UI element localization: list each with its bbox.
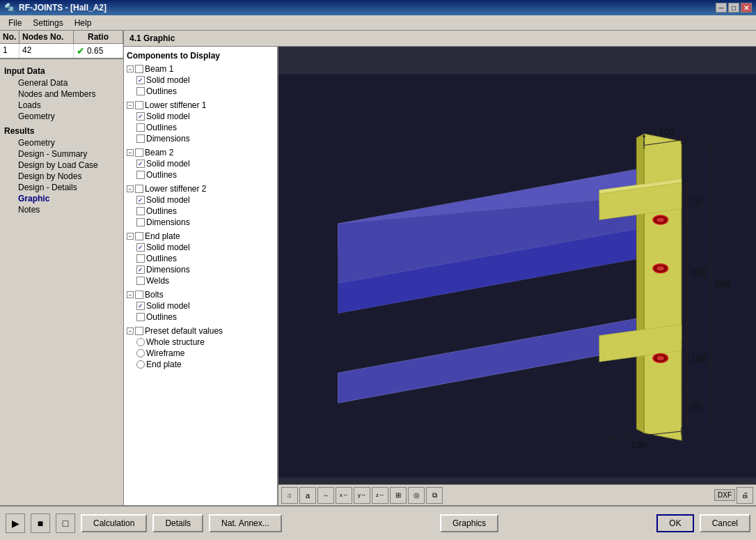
menu-help[interactable]: Help — [69, 17, 97, 29]
menu-file[interactable]: File — [3, 17, 27, 29]
cb-bolts-outlines[interactable] — [136, 313, 145, 321]
toolbar-circle-btn[interactable]: ◎ — [408, 487, 425, 504]
panel-title: 4.1 Graphic — [124, 31, 756, 47]
nav-geometry-results[interactable]: Geometry — [14, 137, 119, 148]
toolbar-yz-btn[interactable]: y↔ — [354, 487, 370, 504]
toolbar-box-btn[interactable]: ⧉ — [426, 487, 443, 504]
cb-beam1[interactable] — [135, 65, 143, 73]
cb-endplate-dims[interactable] — [136, 265, 145, 274]
graphics-button[interactable]: Graphics — [440, 514, 498, 532]
details-button[interactable]: Details — [152, 514, 203, 532]
tree-endplate-welds[interactable]: Welds — [127, 275, 274, 286]
title-bar-text: RF-JOINTS - [Hall_A2] — [19, 3, 107, 13]
tree-lstiff2-header[interactable]: − Lower stiffener 2 — [127, 183, 274, 194]
tree-lstiff1-outlines[interactable]: Outlines — [127, 122, 274, 133]
tree-beam1-header[interactable]: − Beam 1 — [127, 63, 274, 75]
tree-beam1-solid[interactable]: Solid model — [127, 75, 274, 86]
nat-annex-button[interactable]: Nat. Annex... — [209, 514, 282, 532]
cb-endplate-solid[interactable] — [136, 243, 145, 252]
cb-preset[interactable] — [135, 327, 143, 335]
cb-beam2[interactable] — [135, 148, 143, 157]
tree-preset-whole[interactable]: Whole structure — [127, 337, 274, 348]
tree-beam2-solid[interactable]: Solid model — [127, 158, 274, 169]
status-bar: ▶ ■ □ Calculation Details Nat. Annex... … — [0, 505, 756, 540]
cb-lstiff2-outlines[interactable] — [136, 207, 145, 215]
status-icon-1[interactable]: ▶ — [6, 514, 25, 533]
nav-nodes-members[interactable]: Nodes and Members — [14, 88, 119, 100]
close-button[interactable]: ✕ — [741, 3, 752, 13]
ok-button[interactable]: OK — [656, 514, 693, 532]
cb-endplate[interactable] — [135, 232, 143, 240]
status-icon-2[interactable]: ■ — [31, 514, 50, 533]
cb-lstiff1-solid[interactable] — [136, 112, 145, 121]
cb-lstiff2-dims[interactable] — [136, 218, 145, 226]
svg-text:50: 50 — [691, 401, 701, 412]
cb-beam2-outlines[interactable] — [136, 171, 145, 179]
nav-design-nodes[interactable]: Design by Nodes — [14, 171, 119, 182]
cb-lstiff2[interactable] — [135, 185, 143, 193]
nav-graphic[interactable]: Graphic — [14, 193, 119, 204]
toolbar-xy-btn[interactable]: ↔ — [317, 487, 334, 504]
cb-endplate-welds[interactable] — [136, 277, 145, 285]
cell-no: 1 — [0, 44, 19, 58]
radio-whole[interactable] — [136, 338, 145, 346]
toolbar-grid-btn[interactable]: ⊞ — [390, 487, 407, 504]
nav-geometry-input[interactable]: Geometry — [14, 111, 119, 122]
tree-lstiff1-solid[interactable]: Solid model — [127, 111, 274, 122]
cb-beam1-outlines[interactable] — [136, 87, 145, 95]
tree-endplate-outlines[interactable]: Outlines — [127, 253, 274, 264]
tree-bolts-header[interactable]: − Bolts — [127, 289, 274, 300]
content-area: Components to Display − Beam 1 Solid mod… — [124, 47, 756, 505]
tree-lstiff2-solid[interactable]: Solid model — [127, 194, 274, 206]
tree-endplate-solid[interactable]: Solid model — [127, 242, 274, 253]
toolbar-print-btn[interactable]: 🖨 — [737, 487, 753, 504]
nav-general-data[interactable]: General Data — [14, 77, 119, 88]
toolbar-home-btn[interactable]: ⌂ — [281, 487, 298, 504]
tree-endplate-header[interactable]: − End plate — [127, 231, 274, 242]
tree-bolts-outlines[interactable]: Outlines — [127, 311, 274, 323]
tree-beam2-header[interactable]: − Beam 2 — [127, 147, 274, 158]
cb-beam2-solid[interactable] — [136, 160, 145, 168]
radio-endplate[interactable] — [136, 360, 145, 369]
toolbar-xz-btn[interactable]: x↔ — [336, 487, 352, 504]
tree-bolts-solid[interactable]: Solid model — [127, 300, 274, 311]
tree-preset-header[interactable]: − Preset default values — [127, 325, 274, 337]
radio-wireframe[interactable] — [136, 349, 145, 357]
cb-beam1-solid[interactable] — [136, 76, 145, 84]
cb-endplate-outlines[interactable] — [136, 254, 145, 263]
nav-loads[interactable]: Loads — [14, 100, 119, 111]
tree-preset-wireframe[interactable]: Wireframe — [127, 348, 274, 359]
tree-lstiff2-outlines[interactable]: Outlines — [127, 206, 274, 217]
cb-bolts-solid[interactable] — [136, 302, 145, 310]
minimize-button[interactable]: ─ — [716, 3, 727, 13]
col-no: No. — [0, 31, 19, 43]
tree-lstiff1-header[interactable]: − Lower stiffener 1 — [127, 100, 274, 111]
cb-lstiff1-dims[interactable] — [136, 134, 145, 143]
cb-lstiff1-outlines[interactable] — [136, 123, 145, 132]
nav-design-details[interactable]: Design - Details — [14, 182, 119, 193]
toolbar-dxf-btn[interactable]: DXF — [714, 489, 735, 501]
cancel-button[interactable]: Cancel — [700, 514, 750, 532]
tree-preset-endplate[interactable]: End plate — [127, 359, 274, 370]
tree-lstiff1-dims[interactable]: Dimensions — [127, 133, 274, 144]
cb-lstiff2-solid[interactable] — [136, 196, 145, 204]
nav-design-summary[interactable]: Design - Summary — [14, 148, 119, 160]
maximize-button[interactable]: □ — [728, 3, 739, 13]
tree-beam2-outlines[interactable]: Outlines — [127, 169, 274, 180]
toolbar-z-btn[interactable]: z↔ — [372, 487, 388, 504]
cb-bolts[interactable] — [135, 291, 143, 299]
main-layout: No. Nodes No. Ratio 1 42 ✔ 0.65 Input Da… — [0, 31, 756, 505]
view-area[interactable]: 100 70 260 560 — [278, 47, 756, 505]
tree-lstiff2-dims[interactable]: Dimensions — [127, 217, 274, 228]
toolbar-a-btn[interactable]: a — [299, 487, 316, 504]
cb-lstiff1[interactable] — [135, 101, 143, 109]
menu-settings[interactable]: Settings — [27, 17, 68, 29]
status-icon-3[interactable]: □ — [56, 514, 75, 533]
nav-design-load-case[interactable]: Design by Load Case — [14, 160, 119, 171]
beam1-solid-label: Solid model — [146, 75, 190, 85]
svg-marker-7 — [637, 134, 645, 433]
nav-notes[interactable]: Notes — [14, 204, 119, 215]
tree-beam1-outlines[interactable]: Outlines — [127, 86, 274, 97]
tree-endplate-dims[interactable]: Dimensions — [127, 264, 274, 275]
calculation-button[interactable]: Calculation — [81, 514, 147, 532]
